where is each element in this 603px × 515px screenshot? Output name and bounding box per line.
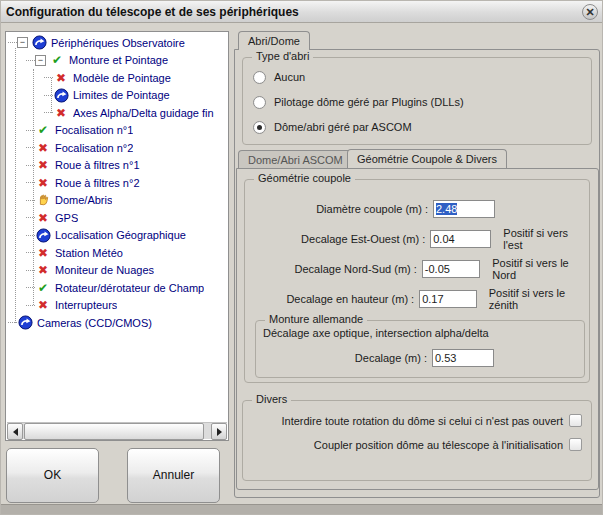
- field-value: -0.05: [425, 263, 450, 275]
- cross-icon: ✖: [35, 262, 51, 278]
- cancel-button[interactable]: Annuler: [127, 448, 220, 503]
- hand-icon: [35, 192, 51, 208]
- tree-stub: [26, 235, 35, 236]
- decalage-input[interactable]: 0.53: [432, 349, 494, 367]
- tree-item-interrupteurs[interactable]: ✖Interrupteurs: [6, 297, 228, 315]
- tree-expander-icon[interactable]: −: [35, 55, 46, 66]
- globe-icon: [35, 227, 51, 243]
- tree-item-label: Focalisation n°1: [55, 124, 133, 136]
- globe-icon: [31, 35, 47, 51]
- cross-icon: ✖: [35, 175, 51, 191]
- geometrie-coupole-title: Géométrie coupole: [254, 172, 355, 184]
- tree-item-label: Périphériques Observatoire: [51, 37, 185, 49]
- field-input-decalage-en-hauteur-m[interactable]: 0.17: [419, 290, 477, 308]
- field-input-decalage-est-ouest-m[interactable]: 0.04: [430, 230, 491, 248]
- tree-item-label: Interrupteurs: [55, 299, 117, 311]
- radio-icon[interactable]: [253, 71, 266, 84]
- radio-label: Pilotage dôme géré par Plugins (DLLs): [274, 96, 464, 108]
- tree-item-rotateur-d-rotateur-de-champ[interactable]: ✔Rotateur/dérotateur de Champ: [6, 279, 228, 297]
- tab-abri-dome[interactable]: Abri/Dome: [238, 31, 310, 50]
- radio-option-d-me-abri-g-r-par-ascom[interactable]: Dôme/abri géré par ASCOM: [253, 119, 412, 135]
- checkbox-label: Coupler position dôme au télescope à l'i…: [314, 439, 563, 451]
- cross-icon: ✖: [35, 297, 51, 313]
- tab-g-om-trie-coupole-divers[interactable]: Géométrie Coupole & Divers: [347, 149, 507, 168]
- type-abri-group: Type d'abri AucunPilotage dôme géré par …: [242, 57, 592, 145]
- tree-stub: [44, 77, 53, 78]
- scroll-left-button[interactable]: [7, 423, 23, 440]
- tree-item-roue-filtres-n-2[interactable]: ✖Roue à filtres n°2: [6, 174, 228, 192]
- cross-icon: ✖: [53, 105, 69, 121]
- tree-item-label: Roue à filtres n°1: [55, 159, 140, 171]
- field-note: Positif si vers le zénith: [489, 287, 589, 311]
- checkbox-icon[interactable]: [569, 414, 582, 427]
- tree-item-cameras-ccd-cmos[interactable]: Cameras (CCD/CMOS): [6, 314, 228, 332]
- scrollbar-thumb[interactable]: [24, 423, 204, 440]
- decalage-field-row: Decalage (m) : 0.53: [256, 349, 494, 367]
- tree-expander-icon[interactable]: −: [17, 37, 28, 48]
- tree-item-monture-et-pointage[interactable]: −✔Monture et Pointage: [6, 52, 228, 70]
- titlebar[interactable]: Configuration du télescope et de ses pér…: [1, 1, 603, 23]
- tree-item-axes-alpha-delta-guidage-fin[interactable]: ✖Axes Alpha/Delta guidage fin: [6, 104, 228, 122]
- tree-item-label: Modèle de Pointage: [73, 72, 171, 84]
- tree-item-station-m-t-o[interactable]: ✖Station Météo: [6, 244, 228, 262]
- device-tree-panel: −Périphériques Observatoire−✔Monture et …: [5, 31, 229, 441]
- window-bottom-edge: [1, 504, 603, 514]
- checkbox-label: Interdire toute rotation du dôme si celu…: [281, 415, 563, 427]
- tree-stub: [44, 112, 53, 113]
- tree-stub: [26, 252, 35, 253]
- field-note: Positif si vers l'est: [503, 227, 589, 251]
- tree-stub: [44, 95, 53, 96]
- checkbox-icon[interactable]: [569, 438, 582, 451]
- tree-stub: [26, 305, 35, 306]
- tree-item-focalisation-n-2[interactable]: ✖Focalisation n°2: [6, 139, 228, 157]
- tree-stub: [26, 60, 35, 61]
- tree-stub: [26, 217, 35, 218]
- field-row-decalage-en-hauteur-m: Decalage en hauteur (m) :0.17Positif si …: [253, 290, 589, 308]
- tree-stub: [26, 147, 35, 148]
- check-icon: ✔: [35, 280, 51, 296]
- tree-item-moniteur-de-nuages[interactable]: ✖Moniteur de Nuages: [6, 262, 228, 280]
- tree-item-label: Localisation Géographique: [55, 229, 186, 241]
- tree-horizontal-scrollbar[interactable]: [7, 422, 227, 439]
- radio-option-aucun[interactable]: Aucun: [253, 69, 305, 85]
- tree-stub: [26, 270, 35, 271]
- radio-label: Aucun: [274, 71, 305, 83]
- tab-dome-abri-ascom[interactable]: Dome/Abri ASCOM: [238, 150, 353, 168]
- close-icon[interactable]: ✕: [582, 4, 598, 20]
- radio-icon[interactable]: [253, 96, 266, 109]
- tree-item-limites-de-pointage[interactable]: Limites de Pointage: [6, 87, 228, 105]
- telescope-config-window: { "window": { "title": "Configuration du…: [0, 0, 603, 515]
- ok-button[interactable]: OK: [6, 448, 99, 503]
- cross-icon: ✖: [35, 210, 51, 226]
- tree-item-label: Focalisation n°2: [55, 142, 133, 154]
- field-row-decalage-est-ouest-m: Decalage Est-Ouest (m) :0.04Positif si v…: [253, 230, 589, 248]
- radio-label: Dôme/abri géré par ASCOM: [274, 121, 412, 133]
- globe-icon: [17, 315, 33, 331]
- check-icon: ✔: [49, 52, 65, 68]
- field-input-diam-tre-coupole-m[interactable]: 2.48: [433, 200, 495, 218]
- scroll-right-button[interactable]: [211, 423, 227, 440]
- tree-item-gps[interactable]: ✖GPS: [6, 209, 228, 227]
- window-title: Configuration du télescope et de ses pér…: [6, 1, 299, 23]
- tree-item-localisation-g-ographique[interactable]: Localisation Géographique: [6, 227, 228, 245]
- radio-selected-icon[interactable]: [253, 121, 266, 134]
- cross-icon: ✖: [35, 157, 51, 173]
- tree-item-label: Axes Alpha/Delta guidage fin: [73, 107, 214, 119]
- field-row-decalage-nord-sud-m: Decalage Nord-Sud (m) :-0.05Positif si v…: [253, 260, 589, 278]
- field-value: 0.17: [422, 293, 443, 305]
- tree-item-focalisation-n-1[interactable]: ✔Focalisation n°1: [6, 122, 228, 140]
- field-label: Decalage Est-Ouest (m) :: [253, 233, 430, 245]
- field-input-decalage-nord-sud-m[interactable]: -0.05: [422, 260, 480, 278]
- tree-item-p-riph-riques-observatoire[interactable]: −Périphériques Observatoire: [6, 34, 228, 52]
- tree-stub: [26, 200, 35, 201]
- tree-item-mod-le-de-pointage[interactable]: ✖Modèle de Pointage: [6, 69, 228, 87]
- tree-stub: [26, 165, 35, 166]
- checkbox-row-coupler-position-d-me-au-t-lescope-l-ini: Coupler position dôme au télescope à l'i…: [314, 437, 582, 452]
- tree-item-dome-abris[interactable]: Dome/Abris: [6, 192, 228, 210]
- field-row-diam-tre-coupole-m: Diamètre coupole (m) :2.48: [253, 200, 495, 218]
- tree-item-roue-filtres-n-1[interactable]: ✖Roue à filtres n°1: [6, 157, 228, 175]
- tree-item-label: Rotateur/dérotateur de Champ: [55, 282, 204, 294]
- tree-item-label: Limites de Pointage: [73, 89, 170, 101]
- tree-item-label: Cameras (CCD/CMOS): [37, 317, 152, 329]
- radio-option-pilotage-d-me-g-r-par-plugins-dlls[interactable]: Pilotage dôme géré par Plugins (DLLs): [253, 94, 464, 110]
